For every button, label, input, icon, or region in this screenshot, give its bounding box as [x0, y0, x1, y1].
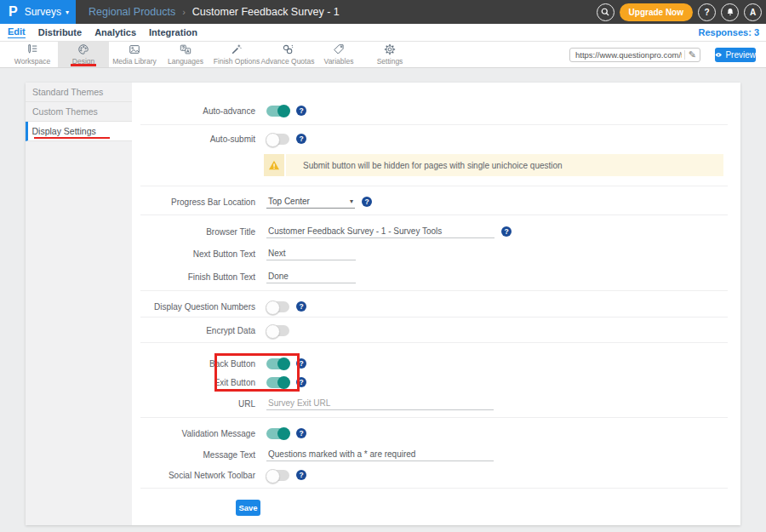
breadcrumb-current: Customer Feedback Survey - 1 [192, 6, 340, 18]
toolbar-tab-design[interactable]: Design [58, 42, 109, 67]
selected-option: Top Center [268, 197, 310, 206]
help-icon[interactable]: ? [296, 470, 306, 480]
nav-tab-integration[interactable]: Integration [149, 27, 197, 38]
design-sidebar: Standard Themes Custom Themes Display Se… [26, 83, 132, 525]
toolbar-tab-label: Finish Options [214, 57, 260, 66]
languages-translate-icon [180, 43, 192, 55]
next-button-text-row: Next Button Text [132, 245, 728, 262]
encrypt-data-label: Encrypt Data [132, 326, 255, 335]
divider [140, 124, 728, 125]
questionpro-logo-icon: P [9, 5, 18, 19]
message-text-input[interactable] [266, 448, 494, 461]
finish-button-text-label: Finish Button Text [132, 272, 255, 282]
edit-url-pencil-icon[interactable]: ✎ [684, 50, 696, 60]
help-icon[interactable]: ? [296, 301, 306, 312]
eye-icon [715, 52, 722, 58]
warning-triangle-icon [264, 154, 286, 176]
help-icon[interactable]: ? [501, 226, 512, 237]
variables-tag-icon [333, 43, 345, 55]
sidebar-item-custom-themes[interactable]: Custom Themes [26, 102, 132, 122]
display-question-numbers-toggle[interactable] [266, 301, 289, 312]
surveys-menu-label: Surveys [25, 6, 61, 18]
exit-url-label: URL [132, 399, 255, 409]
avatar[interactable]: A [744, 3, 762, 21]
validation-message-toggle[interactable] [266, 428, 289, 439]
media-library-icon [129, 43, 140, 55]
help-icon[interactable]: ? [296, 134, 306, 144]
toolbar-tab-finish-options[interactable]: Finish Options [211, 42, 262, 67]
help-icon[interactable]: ? [296, 106, 306, 116]
nav-tab-distribute[interactable]: Distribute [38, 27, 82, 38]
surveys-menu[interactable]: Surveys ▾ [25, 6, 69, 18]
warning-text: Submit button will be hidden for pages w… [286, 154, 563, 176]
workspace-icon [26, 43, 38, 55]
save-button[interactable]: Save [236, 500, 260, 516]
progress-bar-location-row: Progress Bar Location Top Center ▾ ? [132, 193, 728, 210]
breadcrumb-separator-icon: › [182, 7, 186, 17]
auto-submit-toggle[interactable] [266, 134, 289, 145]
browser-title-input[interactable] [266, 225, 494, 238]
toolbar-tab-settings[interactable]: Settings [364, 42, 415, 67]
toolbar-tabs: Workspace Design Media Library Languages [7, 42, 415, 67]
next-button-text-input[interactable] [266, 247, 356, 260]
auto-advance-toggle[interactable] [266, 106, 289, 117]
survey-url-input[interactable] [575, 50, 682, 60]
sidebar-item-display-settings[interactable]: Display Settings [26, 122, 132, 141]
encrypt-data-toggle[interactable] [266, 325, 289, 336]
display-question-numbers-label: Display Question Numbers [132, 302, 255, 312]
upgrade-now-button[interactable]: Upgrade Now [620, 3, 693, 21]
search-button[interactable] [597, 3, 615, 21]
toolbar-tab-label: Variables [324, 57, 354, 66]
survey-url-box: ✎ [569, 48, 700, 62]
exit-button-toggle[interactable] [266, 377, 289, 388]
toolbar-tab-workspace[interactable]: Workspace [7, 42, 58, 67]
back-button-toggle[interactable] [266, 358, 289, 369]
preview-button[interactable]: Preview [715, 48, 756, 62]
sidebar-item-label: Standard Themes [32, 87, 103, 97]
nav-tab-analytics[interactable]: Analytics [94, 27, 136, 38]
app-logo-menu[interactable]: P Surveys ▾ [0, 0, 76, 24]
toolbar-tab-variables[interactable]: Variables [313, 42, 364, 67]
breadcrumb-parent[interactable]: Regional Products [89, 6, 175, 18]
divider [140, 290, 728, 291]
toolbar-tab-label: Workspace [14, 57, 50, 66]
exit-button-row: Exit Button ? [132, 374, 728, 391]
back-button-row: Back Button ? [132, 355, 728, 372]
help-icon[interactable]: ? [296, 358, 306, 369]
notifications-button[interactable] [721, 3, 739, 21]
divider [140, 317, 728, 317]
validation-message-label: Validation Message [132, 429, 255, 438]
chevron-down-icon: ▾ [66, 9, 69, 16]
social-network-toolbar-toggle[interactable] [266, 470, 289, 481]
toolbar-tab-label: Languages [168, 57, 203, 66]
auto-submit-label: Auto-submit [132, 134, 255, 144]
browser-title-label: Browser Title [132, 227, 255, 237]
settings-gear-icon [384, 43, 396, 55]
finish-button-text-input[interactable] [266, 270, 356, 283]
responses-count[interactable]: Responses: 3 [698, 27, 759, 37]
design-settings-card: Standard Themes Custom Themes Display Se… [26, 83, 740, 525]
divider [140, 215, 728, 215]
social-network-toolbar-label: Social Network Toolbar [132, 471, 255, 480]
toolbar-tab-languages[interactable]: Languages [160, 42, 211, 67]
search-icon [600, 7, 610, 17]
help-icon[interactable]: ? [362, 197, 372, 207]
nav-tab-edit[interactable]: Edit [8, 26, 26, 38]
sidebar-item-standard-themes[interactable]: Standard Themes [26, 83, 132, 102]
auto-advance-row: Auto-advance ? [132, 102, 728, 119]
sidebar-item-label: Display Settings [32, 126, 96, 136]
bell-icon [725, 7, 735, 17]
toolbar-tab-advance-quotas[interactable]: Advance Quotas [262, 42, 313, 67]
toolbar-tab-label: Settings [377, 57, 403, 66]
toolbar-tab-media-library[interactable]: Media Library [109, 42, 160, 67]
auto-submit-row: Auto-submit ? [132, 130, 728, 147]
progress-bar-location-select[interactable]: Top Center ▾ [266, 195, 355, 209]
help-icon[interactable]: ? [296, 377, 306, 387]
encrypt-data-row: Encrypt Data [132, 322, 728, 339]
message-text-label: Message Text [132, 450, 255, 460]
divider [140, 417, 728, 418]
help-icon[interactable]: ? [296, 428, 306, 438]
exit-url-input[interactable] [266, 397, 494, 410]
help-button[interactable]: ? [698, 3, 716, 21]
submit-warning-banner: Submit button will be hidden for pages w… [264, 154, 723, 176]
